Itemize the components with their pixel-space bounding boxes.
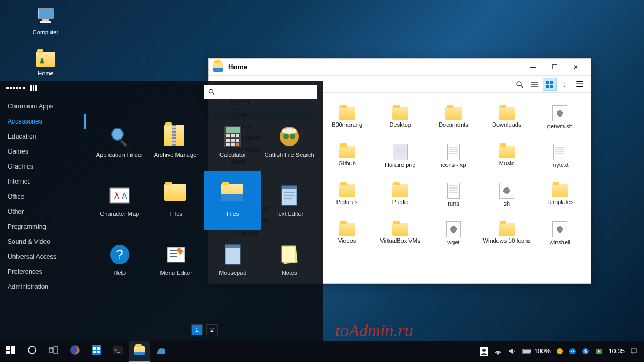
file-item[interactable]: winshell [535, 215, 586, 251]
tray-user-icon[interactable] [480, 347, 488, 356]
app-text-editor[interactable]: Text Editor [261, 171, 318, 230]
category-other[interactable]: Other [0, 204, 86, 219]
file-item[interactable]: Public [375, 176, 426, 213]
terminal[interactable]: >_ [107, 341, 129, 362]
file-item[interactable]: Desktop [375, 99, 426, 135]
tray-volume-icon[interactable] [508, 347, 516, 356]
minimize-button[interactable]: — [522, 60, 544, 75]
app[interactable] [150, 341, 172, 362]
tray-app-icon[interactable] [556, 347, 564, 355]
file-item[interactable]: Documents [428, 99, 479, 135]
home-folder-icon [36, 52, 55, 67]
category-internet[interactable]: Internet [0, 174, 86, 189]
svg-rect-59 [92, 345, 101, 355]
taskview-icon [49, 346, 58, 356]
window-title: Home [228, 63, 522, 71]
file-item-label: sh [503, 200, 510, 207]
tray-bluetooth-icon[interactable] [582, 347, 589, 355]
magnifier-icon [108, 125, 131, 148]
tray-network-icon[interactable] [494, 347, 502, 356]
view-grid-button[interactable] [543, 78, 557, 91]
category-office[interactable]: Office [0, 189, 86, 204]
app-help[interactable]: ?Help [91, 230, 148, 289]
app-files[interactable]: Files [204, 171, 261, 230]
list-mode-button[interactable] [30, 85, 37, 91]
svg-rect-53 [6, 351, 10, 354]
file-item[interactable]: wget [428, 215, 479, 251]
app-calculator[interactable]: Calculator [204, 112, 261, 171]
file-item[interactable]: Horaire.png [375, 137, 426, 174]
app-archive-manager[interactable]: Archive Manager [148, 112, 205, 171]
svg-line-6 [521, 85, 523, 88]
svg-rect-27 [231, 143, 235, 146]
desktop-icon-home[interactable]: Home [24, 48, 67, 76]
file-item[interactable]: Music [481, 137, 532, 174]
app-application-finder[interactable]: Application Finder [91, 112, 148, 171]
svg-point-68 [497, 353, 499, 355]
desktop-icon-computer[interactable]: Computer [24, 5, 67, 35]
file-item[interactable]: icons - xp [428, 137, 479, 174]
category-preferences[interactable]: Preferences [0, 264, 86, 279]
svg-rect-63 [97, 351, 100, 353]
hamburger-button[interactable]: ☰ [573, 78, 587, 91]
tray-teamviewer-icon[interactable] [569, 347, 576, 355]
file-item[interactable]: Pictures [321, 176, 372, 213]
page-1[interactable]: 1 [191, 324, 203, 335]
tray-power-icon[interactable] [595, 347, 603, 356]
close-button[interactable]: ✕ [565, 60, 587, 75]
search-box[interactable] [204, 85, 317, 99]
file-item[interactable]: Templates [535, 176, 586, 213]
search-button[interactable] [513, 78, 526, 91]
file-item[interactable]: B00merang [321, 99, 372, 135]
titlebar[interactable]: Home — ☐ ✕ [209, 59, 591, 76]
file-item[interactable]: runs [428, 176, 479, 213]
file-item[interactable]: Github [321, 137, 372, 174]
files[interactable] [129, 341, 150, 362]
sort-button[interactable]: ↓ [558, 78, 572, 91]
tray-notifications-icon[interactable] [630, 347, 638, 355]
svg-point-30 [282, 128, 297, 134]
category-graphics[interactable]: Graphics [0, 159, 86, 174]
category-universal-access[interactable]: Universal Access [0, 249, 86, 264]
search-button[interactable] [21, 341, 43, 362]
file-item[interactable]: Videos [321, 215, 372, 251]
app-label: Files [170, 211, 182, 217]
app-notes[interactable]: Notes [261, 230, 318, 289]
app-files[interactable]: Files [148, 171, 205, 230]
file-item[interactable]: Downloads [481, 99, 532, 135]
file-item[interactable]: VirtualBox VMs [375, 215, 426, 251]
category-education[interactable]: Education [0, 129, 86, 144]
category-programming[interactable]: Programming [0, 219, 86, 234]
app-mousepad[interactable]: Mousepad [204, 230, 261, 289]
svg-text:?: ? [116, 247, 123, 262]
firefox[interactable] [64, 341, 86, 362]
start-button[interactable] [0, 341, 21, 362]
tray-clock[interactable]: 10:35 [609, 347, 625, 355]
svg-rect-48 [225, 245, 240, 248]
search-input[interactable] [218, 88, 309, 96]
app-catfish-file-search[interactable]: Catfish File Search [261, 112, 318, 171]
desktop-icon-label: Computer [24, 29, 67, 35]
category-administration[interactable]: Administration [0, 279, 86, 294]
grid-mode-button[interactable] [6, 87, 25, 89]
file-item[interactable]: Windows 10 Icons [481, 215, 532, 251]
file-item[interactable]: getwm.sh [535, 99, 586, 135]
app-menu-editor[interactable]: Menu Editor [148, 230, 205, 289]
category-games[interactable]: Games [0, 144, 86, 159]
view-list-button[interactable] [528, 78, 541, 91]
category-sound-video[interactable]: Sound & Video [0, 234, 86, 249]
file-item[interactable]: mytext [535, 137, 586, 174]
page-2[interactable]: 2 [206, 324, 218, 335]
app-label: Archive Manager [154, 151, 199, 158]
svg-point-55 [28, 346, 36, 354]
app-character-map[interactable]: λACharacter Map [91, 171, 148, 230]
maximize-button[interactable]: ☐ [544, 60, 565, 75]
category-accessories[interactable]: Accessories [0, 114, 86, 129]
app-label: Character Map [100, 211, 139, 217]
taskview-button[interactable] [43, 341, 64, 362]
settings[interactable] [86, 341, 107, 362]
category-chromium-apps[interactable]: Chromium Apps [0, 99, 86, 114]
svg-rect-11 [550, 81, 553, 84]
tray-battery[interactable]: 100% [522, 347, 551, 355]
file-item[interactable]: sh [481, 176, 532, 213]
